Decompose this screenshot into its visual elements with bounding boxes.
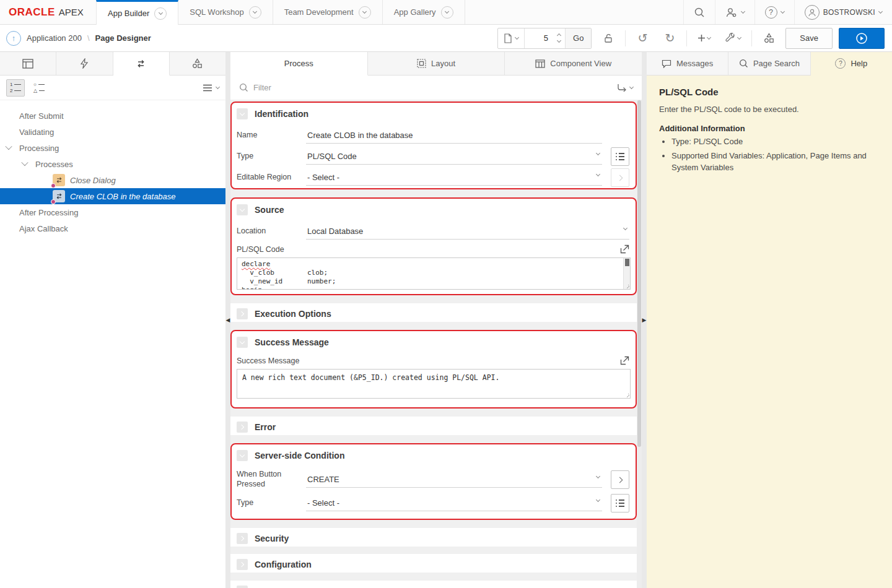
chevron-down-icon[interactable] (441, 6, 453, 19)
tab-page-shared-components[interactable] (170, 52, 225, 75)
up-arrow-icon[interactable]: ↑ (6, 31, 21, 46)
filter-input[interactable] (253, 83, 612, 92)
order-by-processing-order-toggle[interactable]: 1 2 (6, 79, 25, 97)
unlock-icon (603, 33, 613, 43)
tab-rendering[interactable] (0, 52, 56, 75)
chevron-down-icon[interactable] (359, 6, 371, 19)
tree-item-validating[interactable]: Validating (0, 124, 225, 140)
processing-tree: After Submit Validating Processing Proce… (0, 100, 225, 588)
page-selector-group: Go (497, 28, 592, 49)
tree-item-create-clob[interactable]: Create CLOB in the database (0, 188, 225, 204)
main-nav: App Builder SQL Workshop Team Developmen… (96, 0, 465, 24)
plsql-code-editor[interactable]: declare v_clob clob; v_new_id number; be… (237, 257, 631, 290)
collapse-section-icon[interactable] (237, 337, 248, 348)
tree-item-processes[interactable]: Processes (0, 156, 225, 172)
type-select[interactable]: PL/SQL Code (306, 149, 602, 165)
chevron-down-icon[interactable] (249, 6, 261, 19)
go-button[interactable]: Go (566, 28, 591, 48)
nav-tab-app-builder[interactable]: App Builder (96, 0, 178, 25)
tab-process[interactable]: Process (230, 52, 368, 76)
success-message-label: Success Message (237, 357, 299, 365)
nav-tab-sql-workshop[interactable]: SQL Workshop (178, 0, 273, 24)
nav-tab-label: App Gallery (394, 7, 436, 17)
tree-item-close-dialog[interactable]: Close Dialog (0, 172, 225, 188)
utilities-menu-button[interactable] (721, 28, 745, 49)
help-menu-button[interactable]: ? (754, 0, 794, 24)
go-to-button-button[interactable] (611, 470, 629, 489)
shared-components-button[interactable] (758, 28, 779, 49)
type-list-button[interactable] (611, 147, 629, 166)
component-view-icon (535, 59, 545, 68)
go-to-group-button[interactable] (617, 84, 633, 92)
field-label: Name (237, 131, 306, 141)
lock-button[interactable] (598, 28, 619, 49)
go-to-region-button[interactable] (611, 168, 629, 187)
open-text-editor-icon[interactable] (620, 356, 629, 365)
section-comments: Comments (230, 581, 637, 588)
run-button[interactable] (839, 28, 885, 49)
tab-messages[interactable]: Messages (647, 52, 728, 75)
page-number-stepper[interactable] (553, 28, 566, 48)
tree-toolbar: 1 2 ○ △ (0, 76, 225, 100)
nav-tab-team-development[interactable]: Team Development (273, 0, 383, 24)
section-title: Server-side Condition (255, 451, 344, 460)
expand-section-icon[interactable] (237, 422, 248, 433)
success-message-textarea[interactable]: A new rich text document (&P5_ID.) creat… (237, 369, 631, 399)
tree-item-ajax-callback[interactable]: Ajax Callback (0, 220, 225, 236)
code-editor-label: PL/SQL Code (237, 245, 284, 254)
expand-section-icon[interactable] (237, 308, 248, 319)
messages-icon (662, 59, 671, 68)
when-button-pressed-select[interactable]: CREATE (306, 472, 602, 488)
process-icon (53, 174, 65, 186)
condition-type-list-button[interactable] (611, 494, 629, 512)
resize-grip[interactable] (625, 393, 629, 397)
resize-grip[interactable] (625, 284, 629, 288)
redo-button[interactable]: ↻ (659, 28, 680, 49)
collapse-section-icon[interactable] (237, 204, 248, 215)
editable-region-select[interactable]: - Select - (306, 170, 602, 186)
right-splitter[interactable]: ▶ (642, 52, 647, 588)
chevron-down-icon[interactable] (154, 7, 167, 20)
tree-menu-button[interactable] (203, 84, 219, 92)
section-security: Security (230, 528, 637, 547)
oracle-wordmark: ORACLE (9, 6, 55, 19)
tab-dynamic-actions[interactable] (56, 52, 113, 75)
collapse-section-icon[interactable] (237, 108, 248, 119)
expand-section-icon[interactable] (237, 559, 248, 570)
condition-type-select[interactable]: - Select - (306, 495, 602, 511)
menu-icon (203, 84, 212, 92)
undo-button[interactable]: ↺ (632, 28, 653, 49)
page-finder-button[interactable] (498, 28, 525, 48)
create-menu-button[interactable] (693, 28, 715, 49)
help-content: PL/SQL Code Enter the PL/SQL code to be … (647, 76, 892, 188)
global-search-button[interactable] (683, 0, 715, 24)
user-name: BOSTROWSKI (823, 8, 875, 17)
location-select[interactable]: Local Database (306, 223, 629, 240)
tree-item-processing[interactable]: Processing (0, 140, 225, 156)
nav-tab-app-gallery[interactable]: App Gallery (383, 0, 465, 24)
breadcrumb-application[interactable]: Application 200 (27, 33, 82, 43)
tab-processing[interactable] (113, 52, 170, 76)
tree-item-after-processing[interactable]: After Processing (0, 204, 225, 220)
tab-page-search[interactable]: Page Search (728, 52, 810, 75)
page-number-input[interactable] (525, 28, 553, 48)
save-button[interactable]: Save (785, 28, 833, 49)
expand-section-icon[interactable] (237, 586, 248, 588)
left-splitter[interactable]: ◀ (225, 52, 230, 588)
property-scrollbar[interactable] (637, 100, 642, 588)
group-by-type-toggle[interactable]: ○ △ (30, 79, 48, 97)
name-input[interactable]: Create CLOB in the database (306, 128, 602, 144)
tab-component-view[interactable]: Component View (505, 52, 642, 75)
tab-label: Process (284, 59, 313, 68)
tab-help[interactable]: ? Help (811, 52, 892, 76)
tab-layout[interactable]: Layout (368, 52, 505, 75)
user-menu-button[interactable]: BOSTROWSKI (794, 0, 892, 24)
expand-section-icon[interactable] (237, 533, 248, 544)
open-code-editor-icon[interactable] (620, 244, 629, 254)
collapse-section-icon[interactable] (237, 450, 248, 461)
chevron-right-icon (616, 477, 623, 483)
admin-menu-button[interactable] (715, 0, 754, 24)
chevron-down-icon (707, 35, 711, 39)
tree-item-after-submit[interactable]: After Submit (0, 108, 225, 124)
tab-label: Page Search (753, 59, 800, 68)
